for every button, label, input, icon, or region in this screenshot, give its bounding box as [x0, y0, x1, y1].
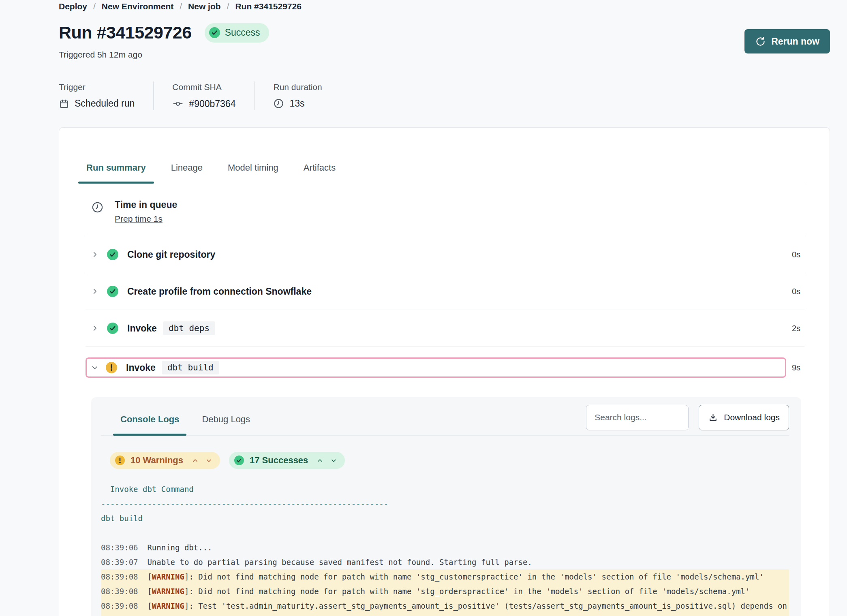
- download-icon: [708, 413, 718, 423]
- step-invoke-dbt-deps[interactable]: Invoke dbt deps 2s: [86, 310, 804, 347]
- step-duration: 9s: [792, 363, 804, 372]
- calendar-icon: [59, 98, 69, 109]
- step-command-chip: dbt deps: [163, 321, 215, 335]
- step-create-profile[interactable]: Create profile from connection Snowflake…: [86, 273, 804, 310]
- breadcrumb-separator: /: [227, 2, 229, 11]
- meta-run-duration: Run duration 13s: [255, 81, 340, 110]
- step-name: Invoke: [126, 362, 156, 373]
- breadcrumb-item-environment[interactable]: New Environment: [102, 2, 173, 11]
- log-intro-line: ----------------------------------------…: [101, 496, 789, 511]
- meta-trigger-value: Scheduled run: [75, 98, 135, 109]
- log-intro-line: dbt build: [101, 511, 789, 526]
- log-timestamp: 08:39:08: [101, 587, 147, 596]
- chevron-down-icon[interactable]: [91, 364, 98, 371]
- commit-icon: [172, 98, 184, 109]
- tab-run-summary[interactable]: Run summary: [86, 163, 147, 183]
- chevron-up-icon[interactable]: [317, 458, 323, 464]
- step-name: Create profile from connection Snowflake: [127, 286, 312, 297]
- download-logs-button[interactable]: Download logs: [699, 405, 789, 430]
- chevron-right-icon[interactable]: [91, 325, 98, 332]
- refresh-icon: [755, 36, 766, 47]
- meta-trigger: Trigger Scheduled run: [59, 81, 154, 110]
- tab-lineage[interactable]: Lineage: [170, 163, 203, 183]
- meta-commit-label: Commit SHA: [172, 82, 235, 92]
- warning-icon: [106, 362, 117, 373]
- log-line: 08:39:07 Unable to do partial parsing be…: [101, 555, 789, 569]
- time-in-queue-section: Time in queue Prep time 1s: [86, 183, 804, 236]
- log-toolbar: Console Logs Debug Logs Download logs: [101, 404, 789, 436]
- log-timestamp: 08:39:06: [101, 543, 147, 552]
- run-detail-page: Deploy / New Environment / New job / Run…: [0, 0, 847, 616]
- log-line: 08:39:08 [WARNING]: Test 'test.admin_mat…: [101, 599, 789, 616]
- breadcrumb-separator: /: [180, 2, 182, 11]
- log-line: 08:39:06 Running dbt...: [101, 540, 789, 555]
- meta-commit-value: #900b7364: [189, 98, 235, 109]
- tab-debug-logs[interactable]: Debug Logs: [202, 404, 250, 435]
- run-summary-card: Run summary Lineage Model timing Artifac…: [59, 127, 830, 616]
- step-name: Invoke: [127, 323, 157, 334]
- log-intro-line: [101, 526, 789, 540]
- log-line: 08:39:08 [WARNING]: Did not find matchin…: [101, 569, 789, 584]
- chevron-right-icon[interactable]: [91, 251, 98, 258]
- chevron-right-icon[interactable]: [91, 288, 98, 295]
- clock-icon: [91, 201, 104, 224]
- tab-console-logs[interactable]: Console Logs: [120, 404, 179, 435]
- chevron-down-icon[interactable]: [331, 458, 337, 464]
- breadcrumb-separator: /: [93, 2, 96, 11]
- warning-tag: WARNING: [152, 587, 184, 596]
- clock-icon: [273, 98, 284, 109]
- page-title: Run #341529726: [59, 23, 192, 43]
- warning-tag: WARNING: [152, 601, 184, 610]
- step-invoke-dbt-build[interactable]: Invoke dbt build 9s: [86, 347, 804, 378]
- tab-model-timing[interactable]: Model timing: [227, 163, 279, 183]
- download-logs-label: Download logs: [724, 413, 780, 422]
- meta-trigger-label: Trigger: [59, 82, 135, 92]
- step-command-chip: dbt build: [162, 361, 219, 374]
- log-line: 08:39:08 [WARNING]: Did not find matchin…: [101, 584, 789, 599]
- meta-duration-label: Run duration: [273, 82, 322, 92]
- step-duration: 0s: [792, 250, 804, 259]
- log-timestamp: 08:39:08: [101, 601, 147, 610]
- queue-title: Time in queue: [115, 199, 177, 210]
- chevron-up-icon[interactable]: [192, 458, 198, 464]
- run-meta: Trigger Scheduled run Commit SHA #900b73…: [59, 81, 830, 110]
- successes-badge-label: 17 Successes: [250, 455, 308, 466]
- status-badge: Success: [205, 23, 269, 43]
- tab-artifacts[interactable]: Artifacts: [303, 163, 336, 183]
- breadcrumb-item-current-run: Run #341529726: [235, 2, 301, 11]
- expanded-step-box[interactable]: Invoke dbt build: [86, 357, 786, 378]
- log-intro-line: Invoke dbt Command: [101, 482, 789, 496]
- warning-tag: WARNING: [152, 572, 184, 581]
- log-filter-badges: 10 Warnings 17 Successes: [110, 452, 789, 469]
- step-duration: 0s: [792, 287, 804, 296]
- rerun-now-label: Rerun now: [771, 36, 819, 47]
- success-check-icon: [234, 456, 244, 465]
- log-content: Invoke dbt Command----------------------…: [101, 482, 789, 616]
- warning-icon: [115, 456, 125, 465]
- status-badge-label: Success: [225, 27, 260, 38]
- success-check-icon: [209, 27, 220, 38]
- warnings-badge-label: 10 Warnings: [130, 455, 183, 466]
- meta-duration-value: 13s: [289, 98, 304, 109]
- step-clone-git-repository[interactable]: Clone git repository 0s: [86, 236, 804, 273]
- successes-badge[interactable]: 17 Successes: [229, 452, 345, 469]
- success-check-icon: [107, 323, 118, 334]
- warnings-badge[interactable]: 10 Warnings: [110, 452, 220, 469]
- run-tabs: Run summary Lineage Model timing Artifac…: [86, 163, 804, 183]
- meta-commit-sha: Commit SHA #900b7364: [154, 81, 255, 110]
- triggered-timestamp: Triggered 5h 12m ago: [59, 50, 269, 60]
- run-header: Run #341529726 Success Triggered 5h 12m …: [59, 23, 830, 60]
- log-timestamp: 08:39:08: [101, 572, 147, 581]
- success-check-icon: [107, 249, 118, 260]
- breadcrumb-item-deploy[interactable]: Deploy: [59, 2, 87, 11]
- chevron-down-icon[interactable]: [206, 458, 212, 464]
- log-timestamp: 08:39:07: [101, 558, 147, 567]
- step-duration: 2s: [792, 324, 804, 333]
- log-panel: Console Logs Debug Logs Download logs 10…: [91, 397, 801, 616]
- breadcrumb-item-job[interactable]: New job: [188, 2, 221, 11]
- prep-time-link[interactable]: Prep time 1s: [115, 214, 163, 224]
- search-logs-input[interactable]: [586, 405, 689, 430]
- rerun-now-button[interactable]: Rerun now: [744, 29, 830, 53]
- breadcrumb: Deploy / New Environment / New job / Run…: [59, 2, 830, 11]
- step-name: Clone git repository: [127, 249, 215, 260]
